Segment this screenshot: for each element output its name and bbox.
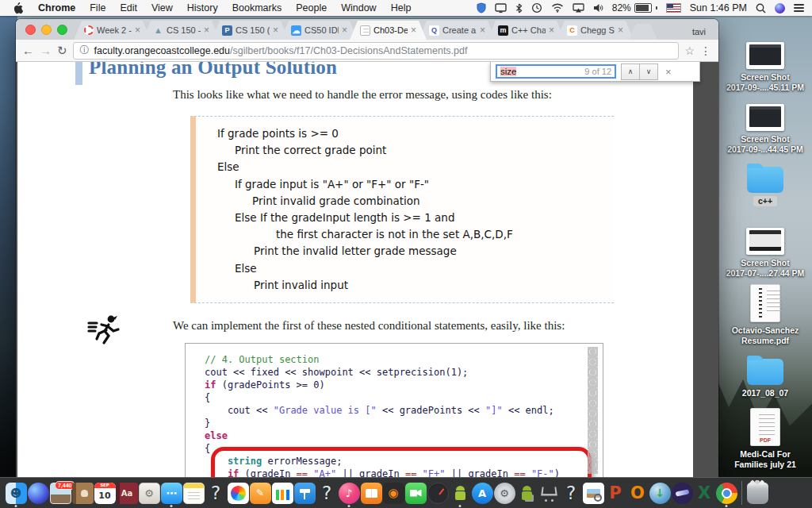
dock-facetime-icon[interactable] xyxy=(404,479,427,507)
dock-trash-icon[interactable] xyxy=(746,479,768,507)
dock-notes-icon[interactable] xyxy=(182,479,205,507)
desktop-icon-resume-pdf[interactable]: Octavio-SanchezResume.pdf xyxy=(722,284,809,346)
find-close-icon[interactable]: × xyxy=(665,66,672,78)
dock-missing-app-2-icon[interactable]: ? xyxy=(316,479,338,507)
find-input[interactable]: size 9 of 12 xyxy=(496,64,616,79)
tab-cs50-ide[interactable]: ☁CS50 IDE× xyxy=(281,21,358,40)
menu-item-history[interactable]: History xyxy=(180,2,225,13)
menu-item-help[interactable]: Help xyxy=(384,2,419,13)
dock-keynote-icon[interactable] xyxy=(293,479,316,507)
dock-android-usb-icon[interactable] xyxy=(515,479,538,507)
notification-center-icon[interactable] xyxy=(794,4,804,12)
tab-cs-150-c[interactable]: ▲CS 150 - C× xyxy=(143,21,220,40)
close-window-button[interactable] xyxy=(25,25,36,35)
find-next-button[interactable]: ∨ xyxy=(640,64,658,80)
tab-close-icon[interactable]: × xyxy=(549,25,554,35)
canvas-favicon-icon: ▲ xyxy=(153,25,163,36)
tab-week-2-v[interactable]: Week 2 - V× xyxy=(74,21,151,40)
tab-cs-150-70[interactable]: PCS 150 (70× xyxy=(212,21,289,40)
dock-office-o-icon[interactable]: O xyxy=(626,479,649,507)
volume-icon[interactable] xyxy=(593,2,603,14)
displays-icon[interactable] xyxy=(495,2,507,14)
tab-create-a-ne[interactable]: QCreate a Ne× xyxy=(419,21,496,40)
zoom-window-button[interactable] xyxy=(57,25,67,35)
battery-indicator[interactable]: 82% xyxy=(612,2,657,13)
tab-title: CS 150 (70 xyxy=(236,25,270,35)
dock-missing-app-3-icon[interactable]: ? xyxy=(560,479,582,507)
tab-close-icon[interactable]: × xyxy=(618,25,623,35)
tab-close-icon[interactable]: × xyxy=(273,25,278,35)
menubar-clock[interactable]: Sun 1:46 PM xyxy=(690,2,747,13)
dock-missing-app-1-icon[interactable]: ? xyxy=(205,479,227,507)
dock-activity-gauge-icon[interactable] xyxy=(427,479,449,507)
dock-siri-icon[interactable] xyxy=(27,479,49,507)
menu-item-people[interactable]: People xyxy=(289,2,334,13)
folder-icon xyxy=(747,359,783,385)
dock-powerpoint-icon[interactable]: P xyxy=(604,479,626,507)
time-machine-icon[interactable] xyxy=(531,2,542,14)
desktop-icon-screenshot-2[interactable]: Screen Shot2017-09-...44.45 PM xyxy=(722,102,809,155)
back-button[interactable]: ← xyxy=(22,44,34,56)
profile-name[interactable]: tavi xyxy=(692,27,714,40)
menu-item-edit[interactable]: Edit xyxy=(113,2,144,13)
dock-chrome-icon[interactable] xyxy=(715,479,737,507)
dock-itunes-icon[interactable]: ♪ xyxy=(338,479,360,507)
dock-photos-icon[interactable] xyxy=(227,479,249,507)
dock-shopping-cart-icon[interactable] xyxy=(538,479,560,507)
menu-item-window[interactable]: Window xyxy=(334,2,383,13)
dock-pages-icon[interactable]: ✎ xyxy=(249,479,271,507)
minimize-window-button[interactable] xyxy=(41,25,52,35)
desktop-icon-folder-2017-08-07[interactable]: 2017_08_07 xyxy=(722,354,809,398)
apple-menu-icon[interactable] xyxy=(13,2,23,14)
dock-calendar-icon[interactable]: SEP10 xyxy=(94,479,116,507)
find-previous-button[interactable]: ∧ xyxy=(621,64,640,80)
page-info-icon[interactable]: ⓘ xyxy=(80,44,90,57)
dock-system-preferences-icon[interactable]: ⚙ xyxy=(493,479,515,507)
dock-app-store-icon[interactable]: A xyxy=(471,479,493,507)
dock-numbers-icon[interactable] xyxy=(271,479,293,507)
desktop-icon-medical-pdf[interactable]: PDFMedi-Cal ForFamilies july 21 xyxy=(722,408,809,470)
siri-menubar-icon[interactable] xyxy=(775,3,785,13)
wifi-icon[interactable] xyxy=(551,2,564,14)
menu-item-view[interactable]: View xyxy=(144,2,180,13)
address-bar[interactable]: ⓘ faculty.orangecoastcollege.edu/sgilber… xyxy=(73,42,680,60)
tab-c-charac[interactable]: mC++ Charac× xyxy=(488,21,565,40)
chrome-menu-icon[interactable]: ⋮ xyxy=(700,44,712,57)
tab-close-icon[interactable]: × xyxy=(135,25,140,35)
dock-preview-icon[interactable] xyxy=(582,479,604,507)
menu-item-chrome[interactable]: Chrome xyxy=(31,2,82,13)
shield-icon[interactable] xyxy=(477,2,486,14)
tab-ch03-decis[interactable]: Ch03-Decis× xyxy=(350,21,427,40)
dock-dictionary-icon[interactable]: Aa xyxy=(116,479,138,507)
spotlight-icon[interactable] xyxy=(756,2,766,14)
dock-eclipse-icon[interactable] xyxy=(671,479,693,507)
desktop-icon-folder-cpp[interactable]: c++ xyxy=(722,162,809,206)
menu-item-file[interactable]: File xyxy=(82,2,113,13)
dock-finder-icon[interactable]: ☻ xyxy=(5,479,27,507)
dock-web-globe-icon[interactable]: ↓ xyxy=(649,479,671,507)
tab-close-icon[interactable]: × xyxy=(411,25,416,35)
dock-utilities-icon[interactable]: ⚙ xyxy=(138,479,160,507)
find-match-count: 9 of 12 xyxy=(584,67,611,76)
tab-chegg-stud[interactable]: CChegg Stud× xyxy=(557,21,634,40)
dock-fl-studio-icon[interactable]: ◉ xyxy=(382,479,404,507)
bookmark-star-icon[interactable]: ☆ xyxy=(684,44,695,57)
dock-messages-icon[interactable]: ⋯ xyxy=(160,479,182,507)
tab-close-icon[interactable]: × xyxy=(342,25,347,35)
tab-close-icon[interactable]: × xyxy=(480,25,485,35)
tab-close-icon[interactable]: × xyxy=(204,25,209,35)
reload-button[interactable]: ↻ xyxy=(57,44,67,56)
dock-excel-icon[interactable]: X xyxy=(693,479,715,507)
us-flag-icon[interactable] xyxy=(666,3,681,13)
dock-android-emulator-icon[interactable] xyxy=(449,479,471,507)
pseudocode-line: If grade input is "A+" or "F+" or "F-" xyxy=(235,176,614,193)
dock-contacts-icon[interactable] xyxy=(71,479,94,507)
forward-button[interactable]: → xyxy=(40,44,52,56)
desktop-icon-screenshot-1[interactable]: Screen Shot2017-09-....45.11 PM xyxy=(722,40,809,93)
desktop-icon-screenshot-3[interactable]: Screen Shot2017-07-....27.44 PM xyxy=(722,225,809,279)
dock-mail-icon[interactable]: 7,440 xyxy=(49,479,71,507)
dock-ibooks-icon[interactable] xyxy=(360,479,382,507)
bluetooth-icon[interactable] xyxy=(515,2,523,14)
menu-item-bookmarks[interactable]: Bookmarks xyxy=(225,2,289,13)
airplay-display-icon[interactable] xyxy=(573,2,584,14)
